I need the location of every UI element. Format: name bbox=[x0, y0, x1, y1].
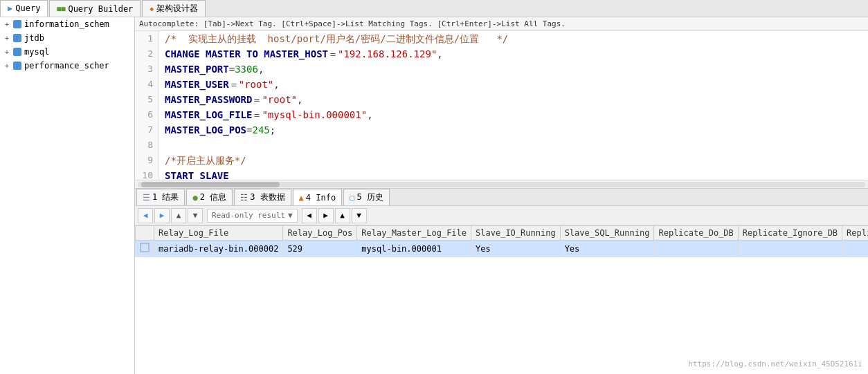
watermark: https://blog.csdn.net/weixin_45D52161i bbox=[688, 359, 862, 368]
readonly-label: Read-only result bbox=[212, 211, 285, 220]
line-content-7: MASTER_LOG_POS=245; bbox=[159, 122, 275, 138]
sidebar-item-performance-schema[interactable]: + performance_scher bbox=[0, 59, 134, 73]
tab-schema-designer[interactable]: ◆ 架构设计器 bbox=[142, 0, 206, 17]
code-line-9: 9 /*开启主从服务*/ bbox=[135, 153, 868, 168]
code-line-8: 8 bbox=[135, 138, 868, 153]
svg-rect-0 bbox=[141, 243, 149, 252]
tabledata-tab-icon: ☷ bbox=[240, 193, 248, 203]
tab-info-label: 2 信息 bbox=[200, 191, 226, 203]
sidebar: + information_schem + jtdb + mysql + per… bbox=[0, 17, 135, 374]
result-table: Relay_Log_File Relay_Log_Pos Relay_Maste… bbox=[135, 225, 868, 257]
tab-results[interactable]: ☰ 1 结果 bbox=[136, 189, 185, 205]
schema-tab-icon: ◆ bbox=[150, 5, 154, 12]
tab-info4[interactable]: ▲ 4 Info bbox=[293, 189, 343, 205]
autocomplete-bar: Autocomplete: [Tab]->Next Tag. [Ctrl+Spa… bbox=[135, 17, 868, 31]
tab-query[interactable]: ▶ Query bbox=[0, 0, 48, 17]
line-num-9: 9 bbox=[135, 153, 159, 168]
toolbar-btn-3[interactable]: ▲ bbox=[171, 208, 186, 223]
sidebar-label-mysql: mysql bbox=[24, 47, 49, 57]
table-header-row: Relay_Log_File Relay_Log_Pos Relay_Maste… bbox=[136, 226, 869, 241]
col-marker bbox=[136, 226, 154, 241]
line-content-1: /* 实现主从的挂载 host/port/用户名/密码/二进制文件信息/位置 *… bbox=[159, 31, 508, 46]
code-line-5: 5 MASTER_PASSWORD＝"root", bbox=[135, 92, 868, 107]
tab-info4-label: 4 Info bbox=[306, 193, 336, 203]
readonly-badge: Read-only result ▼ bbox=[207, 209, 298, 223]
sidebar-item-information-schema[interactable]: + information_schem bbox=[0, 17, 134, 31]
line-num-5: 5 bbox=[135, 92, 159, 107]
db-icon-mysql bbox=[12, 47, 22, 57]
col-relay-master-log-file[interactable]: Relay_Master_Log_File bbox=[357, 226, 471, 241]
tab-builder-label: Query Builder bbox=[68, 4, 133, 14]
top-tab-bar: ▶ Query ■■ Query Builder ◆ 架构设计器 bbox=[0, 0, 868, 17]
result-table-container[interactable]: Relay_Log_File Relay_Log_Pos Relay_Maste… bbox=[135, 225, 868, 374]
query-tab-icon: ▶ bbox=[8, 3, 12, 13]
toolbar-btn-6[interactable]: ▶ bbox=[318, 208, 334, 223]
db-icon bbox=[12, 19, 22, 29]
horizontal-scrollbar[interactable] bbox=[135, 180, 868, 188]
line-content-5: MASTER_PASSWORD＝"root", bbox=[159, 92, 302, 107]
tab-info[interactable]: ● 2 信息 bbox=[186, 189, 233, 205]
expand-icon-performance: + bbox=[3, 62, 11, 70]
history-tab-icon: ▢ bbox=[350, 193, 354, 203]
toolbar-btn-5[interactable]: ◀ bbox=[302, 208, 317, 223]
toolbar-btn-2[interactable]: ▶ bbox=[154, 208, 170, 223]
toolbar-btn-7[interactable]: ▲ bbox=[335, 208, 350, 223]
dropdown-icon[interactable]: ▼ bbox=[288, 211, 293, 220]
expand-icon: + bbox=[3, 20, 11, 28]
col-slave-io-running[interactable]: Slave_IO_Running bbox=[471, 226, 561, 241]
col-replicate-do-db[interactable]: Replicate_Do_DB bbox=[654, 226, 738, 241]
main-layout: + information_schem + jtdb + mysql + per… bbox=[0, 17, 868, 374]
info-tab-icon: ● bbox=[192, 193, 197, 203]
cell-replicate-ignore-db bbox=[738, 241, 842, 257]
line-content-4: MASTER_USER＝"root", bbox=[159, 77, 280, 92]
toolbar-btn-8[interactable]: ▼ bbox=[352, 208, 367, 223]
expand-icon-mysql: + bbox=[3, 48, 11, 56]
code-line-10: 10 START SLAVE bbox=[135, 168, 868, 180]
tab-results-label: 1 结果 bbox=[152, 191, 179, 203]
tab-history-label: 5 历史 bbox=[356, 191, 383, 203]
tab-schema-label: 架构设计器 bbox=[156, 3, 198, 15]
line-num-7: 7 bbox=[135, 122, 159, 138]
toolbar-btn-4[interactable]: ▼ bbox=[188, 208, 203, 223]
col-replicate-do-table[interactable]: Replicate_Do_Table bbox=[842, 226, 868, 241]
sidebar-label-jtdb: jtdb bbox=[24, 33, 44, 43]
col-relay-log-file[interactable]: Relay_Log_File bbox=[154, 226, 283, 241]
tab-query-builder[interactable]: ■■ Query Builder bbox=[49, 0, 141, 17]
code-editor[interactable]: 1 /* 实现主从的挂载 host/port/用户名/密码/二进制文件信息/位置… bbox=[135, 31, 868, 180]
cell-slave-sql-running: Yes bbox=[560, 241, 654, 257]
table-row[interactable]: mariadb-relay-bin.000002 529 mysql-bin.0… bbox=[136, 241, 869, 257]
line-content-3: MASTER_PORT=3306, bbox=[159, 62, 264, 77]
tab-tabledata[interactable]: ☷ 3 表数据 bbox=[234, 189, 291, 205]
line-num-3: 3 bbox=[135, 62, 159, 77]
line-num-1: 1 bbox=[135, 31, 159, 46]
code-line-6: 6 MASTER_LOG_FILE＝"mysql-bin.000001", bbox=[135, 107, 868, 122]
sidebar-label-performance: performance_scher bbox=[24, 61, 109, 71]
expand-icon-jtdb: + bbox=[3, 34, 11, 42]
sidebar-item-mysql[interactable]: + mysql bbox=[0, 45, 134, 59]
builder-tab-icon: ■■ bbox=[57, 5, 65, 12]
sidebar-item-jtdb[interactable]: + jtdb bbox=[0, 31, 134, 45]
line-content-8 bbox=[159, 138, 165, 153]
cell-slave-io-running: Yes bbox=[471, 241, 561, 257]
cell-replicate-do-db bbox=[654, 241, 738, 257]
info4-tab-icon: ▲ bbox=[299, 193, 304, 203]
scroll-track[interactable] bbox=[138, 182, 865, 187]
scroll-thumb[interactable] bbox=[141, 182, 280, 187]
col-replicate-ignore-db[interactable]: Replicate_Ignore_DB bbox=[738, 226, 842, 241]
tab-query-label: Query bbox=[15, 3, 40, 13]
db-icon-jtdb bbox=[12, 33, 22, 43]
tab-history[interactable]: ▢ 5 历史 bbox=[343, 189, 390, 205]
col-relay-log-pos[interactable]: Relay_Log_Pos bbox=[283, 226, 357, 241]
autocomplete-text: Autocomplete: [Tab]->Next Tag. [Ctrl+Spa… bbox=[139, 19, 566, 28]
line-num-2: 2 bbox=[135, 46, 159, 62]
col-slave-sql-running[interactable]: Slave_SQL_Running bbox=[560, 226, 654, 241]
results-tab-icon: ☰ bbox=[143, 193, 150, 203]
line-content-2: CHANGE MASTER TO MASTER_HOST＝"192.168.12… bbox=[159, 46, 443, 62]
content-area: Autocomplete: [Tab]->Next Tag. [Ctrl+Spa… bbox=[135, 17, 868, 374]
db-icon-performance bbox=[12, 61, 22, 71]
toolbar-btn-1[interactable]: ◀ bbox=[138, 208, 153, 223]
bottom-tab-bar: ☰ 1 结果 ● 2 信息 ☷ 3 表数据 ▲ 4 Info ▢ 5 历史 bbox=[135, 188, 868, 206]
line-num-6: 6 bbox=[135, 107, 159, 122]
line-num-4: 4 bbox=[135, 77, 159, 92]
sidebar-label-information-schema: information_schem bbox=[24, 19, 109, 29]
